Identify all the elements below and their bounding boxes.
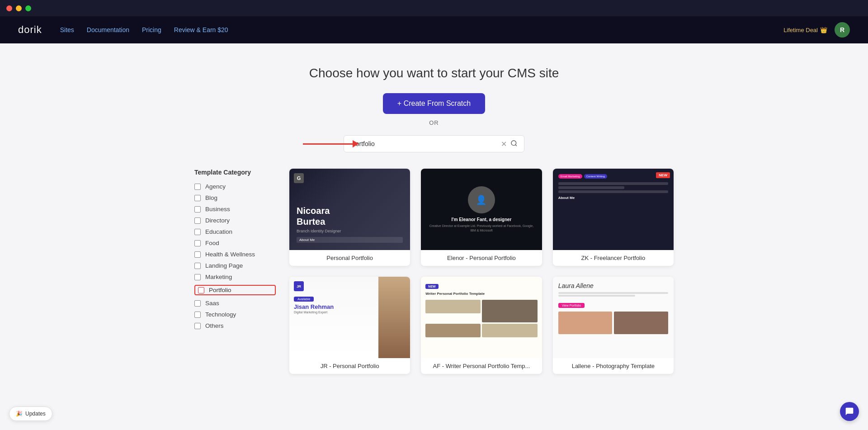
template-hero-name: NicoaraBurtea <box>297 205 403 227</box>
nav-documentation[interactable]: Documentation <box>87 26 129 33</box>
skill-email: Email Marketing <box>558 174 582 179</box>
template-hero-subtitle: Branch Identity Designer <box>297 229 403 233</box>
logo[interactable]: dorik <box>18 24 42 36</box>
content-area: Template Category Agency Blog Business D… <box>185 169 683 374</box>
template-card-personal-portfolio[interactable]: G NicoaraBurtea Branch Identity Designer… <box>289 169 410 266</box>
close-dot[interactable] <box>6 5 12 11</box>
navbar-right: Lifetime Deal 👑 R <box>783 22 850 38</box>
health-checkbox[interactable] <box>194 251 201 258</box>
jr-person-image <box>378 277 410 358</box>
row-bar-1 <box>558 182 668 185</box>
template-avatar-circle: 👤 <box>468 186 495 213</box>
window-chrome <box>0 0 868 16</box>
sidebar-item-saas[interactable]: Saas <box>194 300 276 307</box>
lallene-photo-1 <box>558 312 613 334</box>
portfolio-label: Portfolio <box>209 287 231 293</box>
nav-pricing[interactable]: Pricing <box>142 26 161 33</box>
nav-links: Sites Documentation Pricing Review & Ear… <box>60 26 228 34</box>
food-checkbox[interactable] <box>194 240 201 246</box>
af-photo-2 <box>482 300 537 322</box>
marketing-checkbox[interactable] <box>194 274 201 280</box>
lifetime-deal-label: Lifetime Deal <box>783 27 818 33</box>
templates-grid: G NicoaraBurtea Branch Identity Designer… <box>289 169 674 374</box>
template-header-bar: Email Marketing Content Writing <box>558 174 668 179</box>
sidebar-item-landing[interactable]: Landing Page <box>194 262 276 269</box>
template-card-lallene[interactable]: Laura Allene View Portfolio Lallene - Ph… <box>553 277 674 374</box>
template-thumb-6: Laura Allene View Portfolio <box>553 277 674 358</box>
maximize-dot[interactable] <box>25 5 31 11</box>
sidebar-item-technology[interactable]: Technology <box>194 311 276 318</box>
or-divider: OR <box>0 119 868 126</box>
search-box: ✕ <box>344 135 524 152</box>
landing-label: Landing Page <box>205 262 243 269</box>
sidebar-item-blog[interactable]: Blog <box>194 194 276 201</box>
sidebar: Template Category Agency Blog Business D… <box>194 169 276 374</box>
minimize-dot[interactable] <box>16 5 22 11</box>
main-content: Choose how you want to start your CMS si… <box>0 43 868 430</box>
template-thumb-3: NEW Email Marketing Content Writing Abou… <box>553 169 674 250</box>
jr-logo: JR <box>294 281 304 291</box>
af-title: Writer Personal Portfolio Template <box>425 292 537 296</box>
sidebar-item-marketing[interactable]: Marketing <box>194 274 276 280</box>
directory-checkbox[interactable] <box>194 217 201 224</box>
sidebar-item-business[interactable]: Business <box>194 206 276 213</box>
template-card-name-4: JR - Personal Portfolio <box>289 358 410 374</box>
sidebar-item-food[interactable]: Food <box>194 240 276 246</box>
create-from-scratch-button[interactable]: + Create From Scratch <box>383 93 485 114</box>
skill-content: Content Writing <box>584 174 607 179</box>
af-new-badge: NEW <box>425 284 438 289</box>
svg-line-1 <box>515 145 517 146</box>
sidebar-item-portfolio[interactable]: Portfolio <box>194 285 276 295</box>
sidebar-item-health[interactable]: Health & Wellness <box>194 251 276 258</box>
sidebar-item-agency[interactable]: Agency <box>194 183 276 190</box>
food-label: Food <box>205 240 219 246</box>
search-input[interactable] <box>349 136 499 152</box>
saas-checkbox[interactable] <box>194 300 201 307</box>
row-bar-3 <box>558 190 668 193</box>
chat-widget[interactable] <box>840 402 859 421</box>
updates-button[interactable]: 🎉 Updates <box>9 406 52 421</box>
sidebar-title: Template Category <box>194 169 276 176</box>
business-checkbox[interactable] <box>194 206 201 213</box>
sidebar-item-others[interactable]: Others <box>194 322 276 329</box>
template-card-zk[interactable]: NEW Email Marketing Content Writing Abou… <box>553 169 674 266</box>
sidebar-item-directory[interactable]: Directory <box>194 217 276 224</box>
directory-label: Directory <box>205 217 230 224</box>
template-card-elenor[interactable]: 👤 I'm Eleanor Fant, a designer Creative … <box>421 169 542 266</box>
template-card-jr[interactable]: JR Available Jisan Rehman Digital Market… <box>289 277 410 374</box>
template-card-af[interactable]: NEW Writer Personal Portfolio Template A… <box>421 277 542 374</box>
others-checkbox[interactable] <box>194 323 201 329</box>
search-submit-button[interactable] <box>509 138 519 150</box>
nav-sites[interactable]: Sites <box>60 26 74 33</box>
clear-search-icon[interactable]: ✕ <box>499 138 509 150</box>
crown-icon: 👑 <box>820 27 827 33</box>
row-bar-2 <box>558 186 624 189</box>
agency-checkbox[interactable] <box>194 184 201 190</box>
template-zk-about: About Me <box>558 196 668 200</box>
landing-checkbox[interactable] <box>194 263 201 269</box>
health-label: Health & Wellness <box>205 251 255 258</box>
navbar: dorik Sites Documentation Pricing Review… <box>0 16 868 43</box>
blog-checkbox[interactable] <box>194 195 201 201</box>
desc-line-2 <box>558 295 635 297</box>
portfolio-checkbox[interactable] <box>198 287 204 293</box>
sidebar-item-education[interactable]: Education <box>194 228 276 235</box>
template-elenor-name: I'm Eleanor Fant, a designer <box>452 217 512 222</box>
updates-label: Updates <box>25 411 46 417</box>
user-avatar[interactable]: R <box>835 22 850 38</box>
af-photo-4 <box>482 324 537 337</box>
lallene-desc <box>558 292 668 297</box>
arrow-line <box>303 143 353 145</box>
template-thumb-5: NEW Writer Personal Portfolio Template <box>421 277 542 358</box>
arrow-head <box>353 140 359 147</box>
lifetime-deal-button[interactable]: Lifetime Deal 👑 <box>783 27 827 33</box>
education-checkbox[interactable] <box>194 229 201 235</box>
arrow-indicator <box>303 140 359 147</box>
marketing-label: Marketing <box>205 274 232 280</box>
updates-icon: 🎉 <box>16 411 23 417</box>
jr-available: Available <box>294 297 314 302</box>
technology-label: Technology <box>205 311 236 318</box>
nav-review[interactable]: Review & Earn $20 <box>174 26 228 33</box>
af-photo-3 <box>425 324 481 337</box>
technology-checkbox[interactable] <box>194 312 201 318</box>
